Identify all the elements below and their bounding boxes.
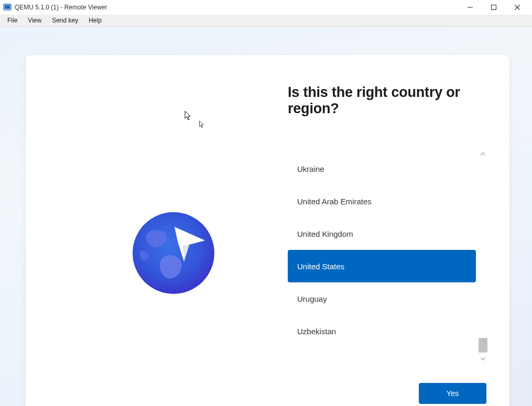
remote-viewport: Is this the right country or region? Ukr… xyxy=(0,27,532,406)
svg-rect-3 xyxy=(491,5,496,10)
titlebar-left: QEMU 5.1.0 (1) - Remote Viewer xyxy=(3,3,107,12)
illustration-pane xyxy=(26,55,288,406)
country-label: Ukraine xyxy=(297,164,324,173)
yes-button-label: Yes xyxy=(447,389,459,398)
maximize-button[interactable] xyxy=(482,0,505,15)
scrollbar[interactable] xyxy=(479,149,487,363)
country-label: United Arab Emirates xyxy=(297,197,372,206)
scroll-thumb[interactable] xyxy=(479,338,487,353)
menu-view[interactable]: View xyxy=(23,16,47,25)
selection-pane: Is this the right country or region? Ukr… xyxy=(288,55,509,406)
window-controls xyxy=(458,0,529,15)
country-label: Uzbekistan xyxy=(297,327,336,336)
country-item-uruguay[interactable]: Uruguay xyxy=(288,282,476,315)
country-item-uae[interactable]: United Arab Emirates xyxy=(288,185,476,217)
country-item-uzbekistan[interactable]: Uzbekistan xyxy=(288,315,476,347)
menu-send-key[interactable]: Send key xyxy=(47,16,83,25)
minimize-button[interactable] xyxy=(458,0,482,15)
country-item-us[interactable]: United States xyxy=(288,250,476,282)
menu-help[interactable]: Help xyxy=(83,16,107,25)
menubar: File View Send key Help xyxy=(0,15,532,27)
page-heading: Is this the right country or region? xyxy=(288,84,509,117)
country-list[interactable]: Ukraine United Arab Emirates United King… xyxy=(288,152,476,355)
svg-rect-1 xyxy=(5,5,10,9)
scroll-down-icon[interactable] xyxy=(479,354,487,363)
country-label: United Kingdom xyxy=(297,229,353,238)
country-label: Uruguay xyxy=(297,294,327,303)
close-button[interactable] xyxy=(505,0,529,15)
oobe-card: Is this the right country or region? Ukr… xyxy=(26,55,509,406)
country-item-uk[interactable]: United Kingdom xyxy=(288,217,476,250)
titlebar: QEMU 5.1.0 (1) - Remote Viewer xyxy=(0,0,532,15)
scroll-up-icon[interactable] xyxy=(479,149,487,158)
app-icon xyxy=(3,3,12,12)
yes-button[interactable]: Yes xyxy=(419,383,486,404)
country-item-ukraine[interactable]: Ukraine xyxy=(288,152,476,185)
menu-file[interactable]: File xyxy=(2,16,23,25)
globe-illustration xyxy=(132,211,215,295)
country-label: United States xyxy=(297,262,344,271)
window-title: QEMU 5.1.0 (1) - Remote Viewer xyxy=(15,4,107,11)
